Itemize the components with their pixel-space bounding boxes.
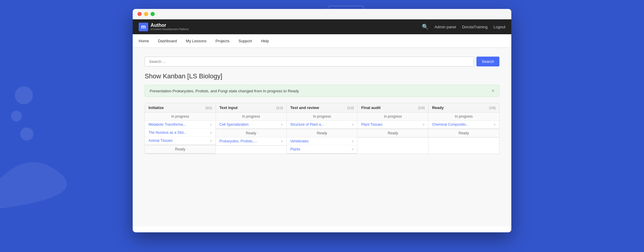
nav-support[interactable]: Support [239,35,252,47]
kanban-item[interactable]: Chemical Compositio...> [428,121,499,129]
alert-message: Presentation Prokaryotes, Protists, and … [150,89,299,93]
kanban-item-arrow-icon: > [281,123,283,126]
section-header-ready-1: Ready [428,129,499,137]
kanban-item[interactable]: Prokaryotes, Protists,....> [216,137,287,145]
logout-link[interactable]: Logout [493,25,505,29]
kanban-col-initialize: Initialize[3/1]In progressMetabolic Tran… [145,103,216,154]
col-count-test-and-review: [1/2] [347,106,354,110]
kanban-board: Initialize[3/1]In progressMetabolic Tran… [145,103,499,154]
col-count-ready: [1/6] [489,106,496,110]
kanban-item-label: Structure of Plant a... [290,122,351,127]
section-header-final-audit-0: In progress [357,113,428,121]
col-header-text-input: Text input[1/1] [216,103,287,113]
col-section-test-and-review-0: In progressStructure of Plant a...> [287,113,357,129]
dot-yellow[interactable] [144,12,148,16]
kanban-item-label: Animal Tissues [148,139,209,143]
kanban-col-ready: Ready[1/6]In progressChemical Compositio… [428,103,499,154]
section-header-ready-0: In progress [428,113,499,121]
kanban-item-label: Cell Specialization [219,122,280,127]
svg-point-2 [20,127,33,141]
section-header-initialize-1: Ready [145,145,216,153]
section-header-test-and-review-1: Ready [287,129,357,137]
col-section-ready-0: In progressChemical Compositio...> [428,113,499,129]
page-title: Show Kanban [LS Biology] [145,72,499,80]
col-section-ready-1: Ready [428,129,499,138]
nav-help[interactable]: Help [261,35,269,47]
kanban-item-label: Plant Tissues [361,122,421,127]
nav-home[interactable]: Home [139,35,149,47]
section-header-test-and-review-0: In progress [287,113,357,121]
top-nav: m Author eContent Development Platform 🔍… [133,19,511,34]
kanban-item-label: Vertebrates [290,139,351,143]
logo-text: Author eContent Development Platform [151,23,189,31]
kanban-col-final-audit: Final audit[1/0]In progressPlant Tissues… [357,103,428,154]
kanban-item-arrow-icon: > [210,139,212,142]
kanban-item-label: Plants [290,147,351,151]
col-header-final-audit: Final audit[1/0] [357,103,428,113]
kanban-item-arrow-icon: > [423,123,425,126]
nav-dashboard[interactable]: Dashboard [158,35,177,47]
col-title-text-input: Text input [219,105,238,110]
kanban-item-label: The Nucleus as a Stor... [148,130,209,135]
kanban-item-arrow-icon: > [352,139,354,143]
kanban-item[interactable]: Metabolic Transforma...> [145,121,216,129]
kanban-item-arrow-icon: > [352,123,354,126]
search-bar: Search [145,57,499,66]
col-header-ready: Ready[1/6] [428,103,499,113]
title-bar [133,9,511,19]
svg-point-1 [11,111,22,122]
nav-my-lessons[interactable]: My Lessons [186,35,206,47]
kanban-item-label: Chemical Compositio... [432,122,492,127]
dot-green[interactable] [151,12,155,16]
logo-letter: m [141,24,146,30]
col-section-final-audit-1: Ready [357,129,428,138]
main-nav: Home Dashboard My Lessons Projects Suppo… [133,34,511,48]
kanban-item[interactable]: Cell Specialization> [216,121,287,129]
col-section-text-input-0: In progressCell Specialization> [216,113,287,129]
search-input[interactable] [145,57,474,66]
svg-point-0 [15,86,33,104]
kanban-item-arrow-icon: > [352,147,354,151]
browser-window: m Author eContent Development Platform 🔍… [133,9,511,232]
search-icon[interactable]: 🔍 [422,24,428,30]
col-count-final-audit: [1/0] [418,106,425,110]
kanban-item-arrow-icon: > [210,123,212,126]
section-header-initialize-0: In progress [145,113,216,121]
kanban-item-arrow-icon: > [210,131,212,134]
col-section-test-and-review-1: ReadyVertebrates>Plants> [287,129,357,154]
col-title-ready: Ready [432,105,444,110]
section-header-text-input-0: In progress [216,113,287,121]
col-count-initialize: [3/1] [205,106,212,110]
col-title-initialize: Initialize [148,105,164,110]
col-title-test-and-review: Test and review [290,105,319,110]
col-section-initialize-1: Ready [145,145,216,154]
kanban-item[interactable]: Plant Tissues> [357,121,428,129]
col-section-text-input-1: ReadyProkaryotes, Protists,....> [216,129,287,146]
alert-bar: Presentation Prokaryotes, Protists, and … [145,85,499,97]
col-count-text-input: [1/1] [276,106,283,110]
section-header-final-audit-1: Ready [357,129,428,137]
content-area: Search Show Kanban [LS Biology] Presenta… [133,48,511,226]
dorota-training-link[interactable]: DorotaTraining [462,25,488,29]
section-header-text-input-1: Ready [216,129,287,137]
logo-subtitle: eContent Development Platform [151,28,189,31]
nav-projects[interactable]: Projects [216,35,230,47]
top-nav-right: 🔍 Admin panel DorotaTraining Logout [422,24,505,30]
kanban-item[interactable]: Plants> [287,145,357,153]
logo-box: m [139,23,148,31]
kanban-item[interactable]: Vertebrates> [287,137,357,145]
kanban-item-label: Prokaryotes, Protists,.... [219,139,280,143]
kanban-item-label: Metabolic Transforma... [148,122,209,127]
kanban-item-arrow-icon: > [494,123,496,126]
admin-panel-link[interactable]: Admin panel [434,25,456,29]
kanban-col-text-input: Text input[1/1]In progressCell Specializ… [216,103,287,154]
kanban-item[interactable]: The Nucleus as a Stor...> [145,129,216,137]
search-button[interactable]: Search [476,57,499,66]
col-header-initialize: Initialize[3/1] [145,103,216,113]
col-title-final-audit: Final audit [361,105,380,110]
kanban-item-arrow-icon: > [281,139,283,143]
alert-close-button[interactable]: × [492,88,494,94]
kanban-item[interactable]: Animal Tissues> [145,137,216,145]
dot-red[interactable] [137,12,142,16]
kanban-item[interactable]: Structure of Plant a...> [287,121,357,129]
